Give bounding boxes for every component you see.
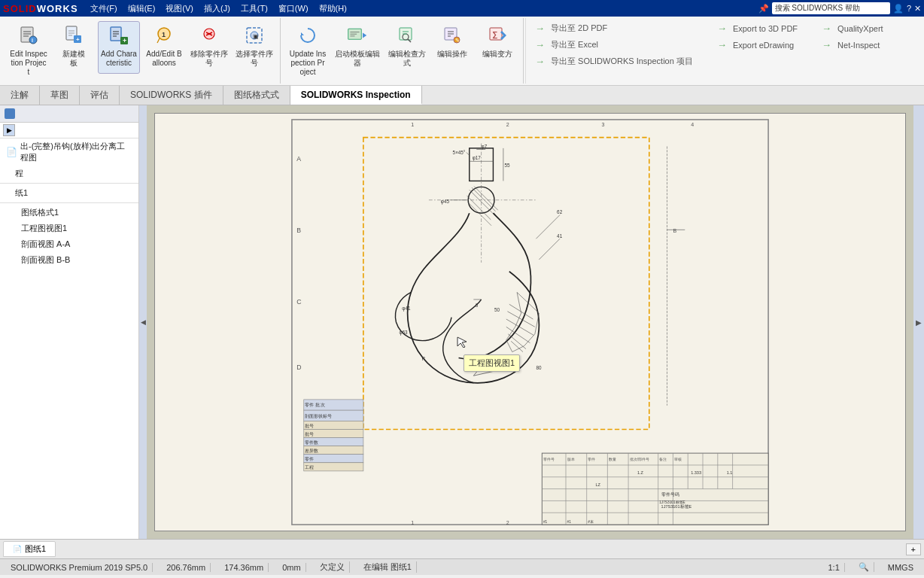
angle-val: 0mm [278,563,305,572]
tab-annotation[interactable]: 注解 [0,86,40,105]
svg-text:+: + [123,37,126,44]
tree-item-section-bb[interactable]: 剖面视图 B-B [0,252,138,268]
tree-item-format1[interactable]: 图纸格式1 [0,205,138,221]
net-inspect-label: Net-Inspect [837,41,880,50]
coord-x: 206.76mm [162,563,211,572]
update-project-btn[interactable]: Update Inspection Project [287,21,329,81]
export-excel-btn[interactable]: → 导出至 Excel [532,38,696,52]
svg-text:1.333: 1.333 [691,470,701,475]
toolbar-group-1: i Edit Inspection Project + 新建模板 + Add C… [3,18,281,84]
panel-icon [5,108,15,119]
export-sw-inspection-btn[interactable]: → 导出至 SOLIDWORKS Inspection 项目 [532,54,696,68]
tab-sketch[interactable]: 草图 [40,86,80,105]
export-edrawing-btn[interactable]: → Export eDrawing [714,38,801,52]
edit-check-btn[interactable]: 编辑检查方式 [386,21,428,74]
svg-marker-27 [301,32,304,35]
svg-text:1J7S3101标签E: 1J7S3101标签E [659,500,685,504]
tree-item-section-aa[interactable]: 剖面视图 A-A [0,236,138,252]
search-bar[interactable]: 搜索 SOLIDWORKS 帮助 [772,2,890,14]
svg-text:+: + [76,36,80,43]
export-3dpdf-btn[interactable]: → Export to 3D PDF [714,21,801,35]
tree-separator-2 [0,202,138,203]
svg-text:55: 55 [504,163,510,168]
export-edrawing-label: Export eDrawing [733,41,794,50]
add-characteristic-btn[interactable]: + Add Characteristic [98,21,140,74]
tab-drawing-format[interactable]: 图纸格式式 [223,86,290,105]
canvas-area[interactable]: A B C D 1 2 3 4 1 2 3 4 [147,105,913,539]
svg-text:零件: 零件 [588,458,595,461]
menu-help[interactable]: 帮助(H) [315,2,351,16]
svg-text:#末: #末 [588,520,594,525]
svg-marker-32 [363,33,366,38]
svg-text:LZ: LZ [596,482,601,487]
tree-item-root[interactable]: 📄 出-(完整)吊钩(放样)出分离工程图 [0,138,138,166]
tab-evaluate[interactable]: 评估 [80,86,120,105]
svg-text:1: 1 [411,520,414,526]
svg-text:D: D [296,364,301,371]
svg-text:零件号码: 零件号码 [661,492,679,497]
select-seq-btn[interactable]: ▣ 选择零件序号 [233,21,275,74]
svg-text:50: 50 [494,307,500,312]
remove-seq-btn[interactable]: 移除零件序号 [188,21,230,74]
export-2dpdf-label: 导出至 2D PDF [551,23,607,34]
tree-item-sheet1[interactable]: 纸1 [0,185,138,201]
menu-file[interactable]: 文件(F) [86,2,122,16]
svg-text:剖面形状标号: 剖面形状标号 [305,413,332,418]
sheet-tab-1[interactable]: 📄 图纸1 [3,541,56,557]
svg-text:i: i [32,38,33,43]
editing-context: 在编辑 图纸1 [359,561,417,573]
zoom-icon[interactable]: 🔍 [854,562,874,572]
tree-item-notes[interactable]: 程 [0,166,138,181]
right-panel-collapse[interactable]: ▶ [913,105,924,539]
menu-view[interactable]: 视图(V) [161,2,198,16]
svg-text:批号: 批号 [305,424,314,428]
user-icon[interactable]: 👤 [893,4,904,14]
coord-y: 174.36mm [220,563,269,572]
tab-sw-plugins[interactable]: SOLIDWORKS 插件 [120,86,223,105]
new-template-btn[interactable]: + 新建模板 [53,21,95,74]
svg-text:#1: #1 [543,521,548,525]
svg-text:5×45°: 5×45° [453,150,466,155]
menu-insert[interactable]: 插入(J) [199,2,235,16]
edit-inspection-icon: i [18,25,39,48]
left-panel-collapse[interactable]: ◀ [139,105,147,539]
help-icon[interactable]: ? [907,4,911,13]
edit-op-label: 编辑操作 [437,50,467,59]
svg-text:4: 4 [691,122,694,128]
svg-text:差异数: 差异数 [305,449,318,453]
logo-works: WORKS [37,3,78,14]
bottom-tab-bar: 📄 图纸1 + [0,539,924,558]
net-inspect-btn[interactable]: → Net-Inspect [819,38,886,52]
edit-check-label: 编辑检查方式 [388,50,426,68]
select-seq-label: 选择零件序号 [236,50,273,68]
menu-edit[interactable]: 编辑(E) [123,2,160,16]
green-arrow-icon-6: → [822,23,831,34]
app-logo: SOLIDWORKS [3,3,78,14]
sheet-icon: 📄 [13,545,22,553]
tab-sw-inspection[interactable]: SOLIDWORKS Inspection [290,86,422,105]
export-2dpdf-btn[interactable]: → 导出至 2D PDF [532,21,696,35]
remove-seq-label: 移除零件序号 [190,50,228,68]
start-editor-btn[interactable]: 启动模板编辑器 [332,21,383,74]
export-sw-inspection-label: 导出至 SOLIDWORKS Inspection 项目 [551,56,693,67]
add-sheet-btn[interactable]: + [906,543,921,555]
svg-text:审核: 审核 [674,457,682,461]
select-seq-icon: ▣ [244,25,265,48]
status-bar: SOLIDWORKS Premium 2019 SP5.0 206.76mm 1… [0,558,924,575]
menu-tools[interactable]: 工具(T) [236,2,272,16]
tree-item-view1[interactable]: 工程图视图1 [0,221,138,236]
svg-text:备注: 备注 [659,457,667,461]
edit-var-btn[interactable]: ∑ 编辑变方 [476,21,518,74]
panel-expand-btn[interactable]: ▶ [3,124,15,136]
menu-window[interactable]: 窗口(W) [274,2,313,16]
quality-xpert-btn[interactable]: → QualityXpert [819,21,886,35]
svg-text:版本: 版本 [567,457,575,461]
panel-header [0,105,138,123]
edit-inspection-btn[interactable]: i Edit Inspection Project [8,21,50,81]
close-btn[interactable]: ✕ [914,4,921,14]
add-edit-balloons-btn[interactable]: 1 Add/Edit Balloons [143,21,185,74]
pin-icon[interactable]: 📌 [758,4,769,14]
edit-op-btn[interactable]: ✎ 编辑操作 [431,21,473,74]
toolbar-group-2: Update Inspection Project 启动模板编辑器 编辑检查方式… [282,18,524,84]
quality-xpert-label: QualityXpert [837,24,883,33]
